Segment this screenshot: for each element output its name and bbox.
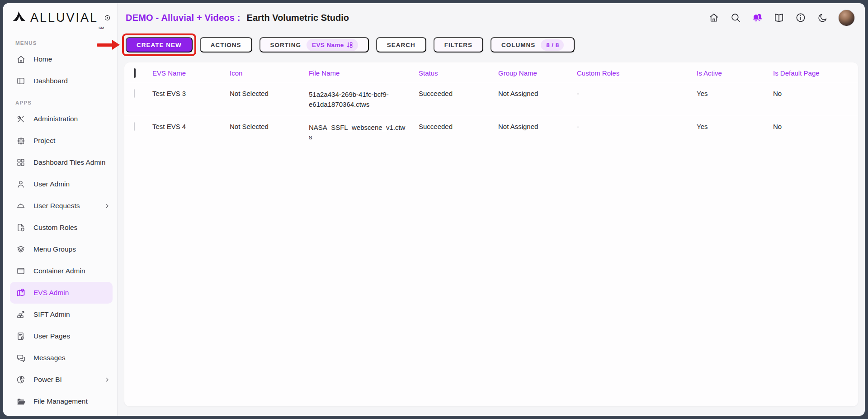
chat-bubbles-icon [15,352,26,363]
toolbar: CREATE NEW ACTIONS SORTING EVS Name SEAR… [118,32,865,52]
cell-evs-name: Test EVS 3 [152,83,230,116]
sidebar-pin-icon[interactable] [104,14,111,22]
row-checkbox[interactable] [134,122,135,131]
chevron-right-icon [104,376,111,383]
create-new-button[interactable]: CREATE NEW [126,37,193,52]
column-header-custom-roles[interactable]: Custom Roles [577,62,697,83]
sidebar-section-apps: APPS [3,92,117,108]
page-title: Earth Volumetric Studio [247,13,349,23]
chevron-right-icon [104,202,111,210]
notifications-bell-icon [751,11,763,24]
sidebar-item-user-admin[interactable]: User Admin [3,173,117,195]
pie-chart-icon [15,374,26,385]
main-area: DEMO - Alluvial + Videos : Earth Volumet… [118,3,865,416]
document-shield-icon [15,222,26,233]
folder-icon [15,396,26,407]
sidebar-item-translations[interactable]: Translations [3,412,117,416]
breadcrumb: DEMO - Alluvial + Videos : [126,13,241,23]
sidebar-item-administration[interactable]: Administration [3,108,117,130]
sidebar-item-home[interactable]: Home [3,48,117,70]
user-avatar[interactable] [838,10,855,26]
cloche-icon [15,200,26,211]
sort-icon [346,41,354,49]
info-button[interactable] [795,12,807,24]
sidebar-item-power-bi[interactable]: Power BI [3,369,117,390]
sidebar-item-label: Messages [33,354,66,362]
column-header-icon[interactable]: Icon [230,62,309,83]
sidebar-item-menu-groups[interactable]: Menu Groups [3,238,117,260]
filters-button[interactable]: FILTERS [434,37,483,52]
table-header-row: EVS Name Icon File Name Status Group Nam… [124,62,858,83]
cell-file-name: NASA_SSFL_webscene_v1.ctws [309,116,419,148]
search-icon [730,12,741,24]
sidebar-item-label: Administration [33,115,78,123]
alluvial-logo-icon [10,10,27,26]
table-row[interactable]: Test EVS 3 Not Selected 51a2a434-269b-41… [124,83,858,116]
layers-icon [15,244,26,255]
topbar-icons [708,10,855,26]
brand-trademark: SM [99,26,104,30]
documentation-button[interactable] [773,12,785,24]
cell-is-default-page: No [773,83,858,116]
sidebar-item-label: Project [33,137,55,145]
notifications-button[interactable] [751,12,763,24]
info-icon [795,12,807,24]
row-checkbox[interactable] [134,89,135,98]
cell-group-name: Not Assigned [498,83,577,116]
evs-table: EVS Name Icon File Name Status Group Nam… [124,62,858,148]
page-info-icon [15,331,26,342]
column-header-is-active[interactable]: Is Active [697,62,773,83]
home-button[interactable] [708,12,720,24]
sidebar-item-user-pages[interactable]: User Pages [3,325,117,347]
cell-group-name: Not Assigned [498,116,577,148]
cell-custom-roles: - [577,116,697,148]
columns-button[interactable]: COLUMNS 8 / 8 [491,37,575,52]
sidebar-item-label: Menu Groups [33,245,76,253]
cell-is-active: Yes [697,83,773,116]
sidebar: ALLUVIAL SM MENUS Home Dashboard APPS Ad… [3,3,118,416]
select-all-checkbox[interactable] [134,68,136,78]
search-button[interactable] [730,12,741,24]
sidebar-item-label: Custom Roles [33,224,77,232]
sidebar-item-custom-roles[interactable]: Custom Roles [3,217,117,238]
cell-icon: Not Selected [230,83,309,116]
columns-label: COLUMNS [501,42,535,48]
column-header-is-default-page[interactable]: Is Default Page [773,62,858,83]
sidebar-item-container-admin[interactable]: Container Admin [3,260,117,282]
sidebar-item-dashboard-tiles-admin[interactable]: Dashboard Tiles Admin [3,152,117,173]
sidebar-item-label: Home [33,55,52,63]
cell-is-default-page: No [773,116,858,148]
actions-button[interactable]: ACTIONS [200,37,252,52]
dashboard-icon [15,76,26,86]
table-row[interactable]: Test EVS 4 Not Selected NASA_SSFL_websce… [124,116,858,148]
sorting-label: SORTING [270,42,302,48]
sidebar-item-label: EVS Admin [33,289,69,297]
sidebar-item-label: Power BI [33,376,62,384]
sidebar-item-dashboard[interactable]: Dashboard [3,70,117,92]
dark-mode-button[interactable] [816,12,828,24]
cell-file-name: 51a2a434-269b-41fc-bcf9-e61da1870364.ctw… [309,83,419,116]
column-header-evs-name[interactable]: EVS Name [152,62,230,83]
search-filter-button[interactable]: SEARCH [376,37,426,52]
grid-icon [15,157,26,168]
sidebar-item-label: User Requests [33,202,80,210]
sorting-value-pill: EVS Name [307,39,358,51]
sidebar-item-evs-admin[interactable]: EVS Admin [10,282,113,304]
sorting-button[interactable]: SORTING EVS Name [259,37,369,52]
sidebar-item-user-requests[interactable]: User Requests [3,195,117,217]
sidebar-item-label: SIFT Admin [33,310,70,319]
sidebar-item-label: Dashboard Tiles Admin [33,158,105,167]
column-header-file-name[interactable]: File Name [309,62,419,83]
sidebar-item-file-management[interactable]: File Management [3,390,117,412]
app-window: ALLUVIAL SM MENUS Home Dashboard APPS Ad… [3,3,865,416]
column-header-status[interactable]: Status [419,62,498,83]
tools-icon [15,114,26,124]
window-icon [15,266,26,276]
column-header-group-name[interactable]: Group Name [498,62,577,83]
sidebar-item-project[interactable]: Project [3,130,117,152]
transfer-blocks-icon [15,309,26,320]
sidebar-item-messages[interactable]: Messages [3,347,117,369]
sidebar-section-menus: MENUS [3,32,117,48]
sidebar-item-label: File Management [33,397,88,405]
sidebar-item-sift-admin[interactable]: SIFT Admin [3,304,117,325]
